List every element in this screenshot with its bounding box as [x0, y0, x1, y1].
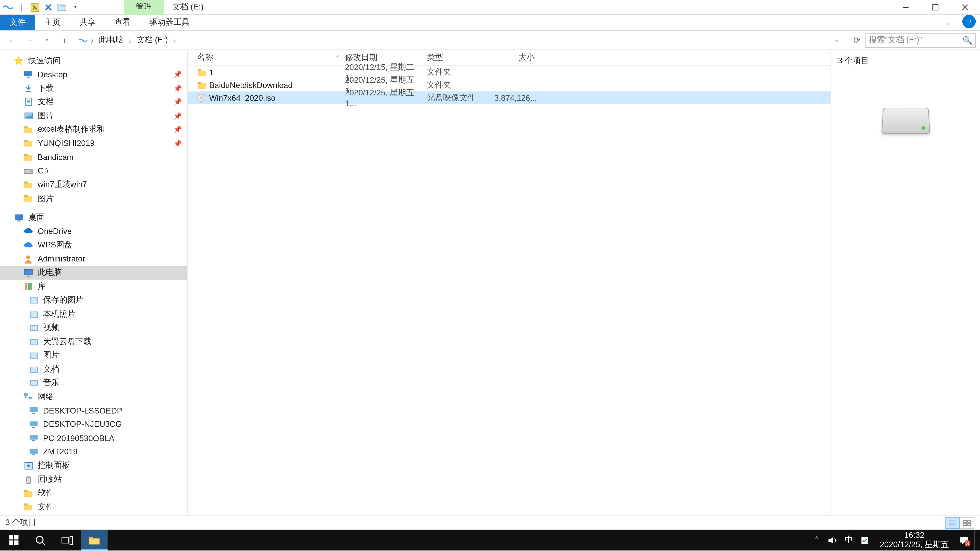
nav-network[interactable]: 网络 — [0, 390, 187, 403]
svg-rect-64 — [14, 535, 18, 539]
qat-dropdown-icon[interactable]: ▾ — [68, 0, 82, 14]
nav-library-item[interactable]: 文档 — [0, 362, 187, 376]
pin-icon: 📌 — [173, 71, 182, 78]
close-button[interactable] — [950, 0, 980, 14]
nav-extra-item[interactable]: 软件 — [0, 486, 187, 500]
search-button[interactable] — [27, 530, 54, 551]
tab-file[interactable]: 文件 — [0, 15, 35, 30]
volume-icon[interactable] — [827, 535, 838, 545]
action-center-icon[interactable]: 3 — [958, 535, 969, 545]
close-blue-icon[interactable] — [41, 0, 55, 14]
nav-desktop-item[interactable]: 此电脑 — [0, 266, 187, 279]
taskbar-clock[interactable]: 16:32 2020/12/25, 星期五 — [876, 531, 953, 549]
start-button[interactable] — [0, 530, 27, 551]
nav-library-item[interactable]: 图片 — [0, 348, 187, 362]
nav-quick-item[interactable]: YUNQISHI2019📌 — [0, 137, 187, 150]
nav-library-item[interactable]: 保存的图片 — [0, 293, 187, 307]
nav-desktop-item[interactable]: OneDrive — [0, 224, 187, 238]
taskbar-explorer[interactable] — [81, 530, 107, 551]
chevron-right-icon[interactable]: › — [127, 35, 132, 44]
address-dropdown-icon[interactable]: ⌄ — [829, 32, 845, 48]
up-button[interactable]: ↑ — [56, 32, 73, 48]
nav-quick-item[interactable]: excel表格制作求和📌 — [0, 123, 187, 137]
nav-quick-item[interactable]: win7重装win7 — [0, 178, 187, 192]
nav-quick-item[interactable]: 下载📌 — [0, 81, 187, 95]
forward-button[interactable]: → — [21, 32, 38, 48]
tray-overflow-icon[interactable]: ˄ — [811, 535, 822, 545]
nav-library-item[interactable]: 视频 — [0, 321, 187, 335]
back-button[interactable]: ← — [4, 32, 20, 48]
nav-extra-item[interactable]: 控制面板 — [0, 459, 187, 472]
nav-desktop-item[interactable]: WPS网盘 — [0, 238, 187, 252]
nav-library-item[interactable]: 音乐 — [0, 376, 187, 390]
help-icon[interactable]: ? — [963, 15, 976, 28]
ribbon-expand-icon[interactable]: ⌄ — [938, 15, 958, 30]
properties-icon[interactable] — [28, 0, 42, 14]
nav-desktop[interactable]: 桌面 — [0, 211, 187, 224]
nav-item-label: 音乐 — [43, 377, 59, 389]
doc-icon — [23, 97, 34, 107]
chevron-right-icon[interactable]: › — [89, 35, 95, 44]
nav-network-item[interactable]: DESKTOP-NJEU3CG — [0, 417, 187, 431]
nav-quick-access[interactable]: ⭐ 快速访问 — [0, 54, 187, 68]
security-icon[interactable] — [859, 535, 870, 545]
nav-library-item[interactable]: 天翼云盘下载 — [0, 335, 187, 348]
thumbnails-view-button[interactable] — [959, 516, 974, 529]
chevron-right-icon[interactable]: › — [172, 35, 177, 44]
task-view-button[interactable] — [54, 530, 81, 551]
nav-quick-item[interactable]: Bandicam — [0, 150, 187, 164]
search-icon[interactable]: 🔍 — [963, 35, 973, 44]
maximize-button[interactable] — [921, 0, 950, 14]
folder-icon — [197, 68, 209, 76]
search-input[interactable]: 搜索"文档 (E:)" 🔍 — [865, 33, 976, 48]
col-size[interactable]: 大小 — [494, 52, 535, 63]
nav-item-label: excel表格制作求和 — [38, 124, 105, 135]
library-item-icon — [28, 322, 39, 333]
tab-share[interactable]: 共享 — [70, 15, 105, 30]
nav-network-item[interactable]: PC-20190530OBLA — [0, 431, 187, 445]
library-item-icon — [28, 309, 39, 319]
file-row[interactable]: Win7x64_2020.iso2020/12/25, 星期五 1...光盘映像… — [188, 91, 830, 104]
app-icon[interactable] — [1, 0, 15, 14]
file-row[interactable]: 12020/12/15, 星期二 1...文件夹 — [188, 66, 830, 79]
file-rows[interactable]: 12020/12/15, 星期二 1...文件夹BaiduNetdiskDown… — [188, 66, 830, 104]
taskbar[interactable]: ˄ 中 16:32 2020/12/25, 星期五 3 — [0, 530, 980, 551]
breadcrumb[interactable]: › 此电脑 › 文档 (E:) › ⌄ — [74, 33, 848, 48]
quick-access-toolbar: | ▾ — [0, 0, 82, 14]
file-list-pane: 名称˄ 修改日期 类型 大小 12020/12/15, 星期二 1...文件夹B… — [188, 50, 830, 531]
ime-indicator[interactable]: 中 — [843, 535, 854, 545]
nav-quick-item[interactable]: 图片📌 — [0, 109, 187, 123]
crumb-drive[interactable]: 文档 (E:) — [134, 33, 170, 47]
nav-desktop-item[interactable]: 库 — [0, 279, 187, 293]
navigation-pane[interactable]: ⭐ 快速访问 Desktop📌下载📌文档📌图片📌excel表格制作求和📌YUNQ… — [0, 50, 188, 531]
tab-view[interactable]: 查看 — [105, 15, 140, 30]
nav-network-item[interactable]: DESKTOP-LSSOEDP — [0, 403, 187, 417]
col-type[interactable]: 类型 — [427, 52, 494, 63]
path-root-icon[interactable] — [77, 35, 88, 45]
nav-quick-item[interactable]: Desktop📌 — [0, 68, 187, 81]
show-desktop-button[interactable] — [974, 530, 977, 551]
nav-extra-item[interactable]: 回收站 — [0, 472, 187, 486]
search-placeholder: 搜索"文档 (E:)" — [869, 34, 922, 46]
col-date[interactable]: 修改日期 — [345, 52, 427, 63]
nav-desktop-item[interactable]: Administrator — [0, 252, 187, 266]
nav-quick-item[interactable]: G:\ — [0, 164, 187, 178]
file-row[interactable]: BaiduNetdiskDownload2020/12/25, 星期五 1...… — [188, 79, 830, 91]
folder-icon — [197, 81, 209, 89]
tab-home[interactable]: 主页 — [35, 15, 70, 30]
tab-drive-tools[interactable]: 驱动器工具 — [140, 15, 199, 30]
refresh-button[interactable]: ⟳ — [850, 35, 864, 44]
ribbon-tabs: 文件 主页 共享 查看 驱动器工具 ⌄ ? — [0, 15, 980, 31]
nav-library-item[interactable]: 本机照片 — [0, 307, 187, 321]
details-view-button[interactable] — [945, 516, 959, 529]
nav-quick-item[interactable]: 文档📌 — [0, 95, 187, 109]
nav-extra-item[interactable]: 文件 — [0, 500, 187, 514]
nav-network-item[interactable]: ZMT2019 — [0, 445, 187, 459]
crumb-this-pc[interactable]: 此电脑 — [96, 33, 126, 47]
minimize-button[interactable] — [891, 0, 921, 14]
new-folder-icon[interactable] — [55, 0, 68, 14]
column-headers[interactable]: 名称˄ 修改日期 类型 大小 — [188, 50, 830, 66]
col-name[interactable]: 名称˄ — [197, 52, 345, 63]
nav-quick-item[interactable]: 图片 — [0, 192, 187, 205]
recent-dropdown-icon[interactable]: ▾ — [39, 32, 55, 48]
